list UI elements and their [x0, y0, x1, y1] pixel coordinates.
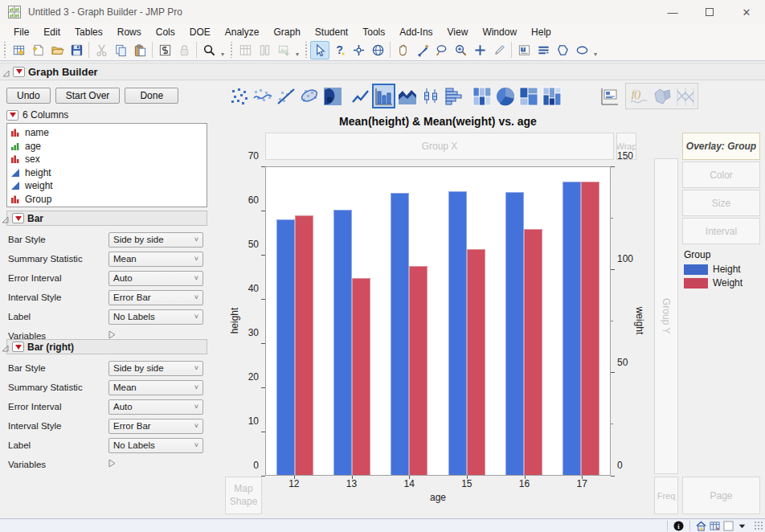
- ellipse-chart-icon[interactable]: [297, 84, 321, 108]
- legend-entry[interactable]: Weight: [684, 277, 742, 289]
- hand-tool-icon[interactable]: [393, 41, 412, 59]
- home-icon[interactable]: [696, 521, 706, 531]
- menu-item-view[interactable]: View: [440, 26, 476, 39]
- points-chart-icon[interactable]: [227, 84, 251, 108]
- column-item-group[interactable]: Group: [10, 193, 203, 207]
- bar-style-select[interactable]: Side by side˅: [108, 232, 203, 248]
- x-axis[interactable]: 121314151617: [265, 476, 611, 490]
- weight-bar[interactable]: [467, 249, 485, 475]
- column-item-height[interactable]: height: [10, 166, 203, 180]
- columns-list[interactable]: nameagesexheightweightGroup: [6, 123, 207, 207]
- bar-style-select[interactable]: Side by side˅: [108, 361, 203, 376]
- size-drop-zone[interactable]: Size: [682, 190, 760, 216]
- height-bar[interactable]: [276, 219, 295, 475]
- collapse-triangle-icon[interactable]: [2, 343, 9, 350]
- annotate-lines-icon[interactable]: [534, 41, 553, 59]
- menu-item-addins[interactable]: Add-Ins: [392, 26, 440, 39]
- minimize-button[interactable]: —: [654, 0, 691, 24]
- box-plot-icon[interactable]: [419, 84, 442, 108]
- panel-menu-button[interactable]: [12, 213, 24, 223]
- polygon-icon[interactable]: [553, 41, 572, 59]
- menu-item-rows[interactable]: Rows: [110, 26, 149, 39]
- save-icon[interactable]: [67, 41, 86, 59]
- column-item-weight[interactable]: weight: [10, 179, 203, 193]
- pencil-tool-icon[interactable]: [489, 41, 509, 59]
- start-over-button[interactable]: Start Over: [55, 88, 121, 104]
- menu-item-tables[interactable]: Tables: [68, 26, 110, 39]
- undo-button[interactable]: Undo: [6, 88, 51, 104]
- weight-bar[interactable]: [409, 266, 428, 475]
- left-axis[interactable]: 010203040506070: [217, 166, 265, 476]
- caption-box-icon[interactable]: [597, 84, 620, 108]
- area-chart-icon[interactable]: [395, 84, 419, 108]
- open-icon[interactable]: [47, 41, 67, 59]
- height-bar[interactable]: [562, 182, 581, 475]
- column-item-name[interactable]: name: [10, 126, 203, 140]
- menu-item-doe[interactable]: DOE: [182, 26, 218, 39]
- treemap-icon[interactable]: [517, 84, 540, 108]
- collapse-triangle-icon[interactable]: [2, 68, 10, 76]
- zoom-tool-icon[interactable]: [451, 41, 470, 59]
- interval-drop-zone[interactable]: Interval: [682, 218, 760, 244]
- overlay-drop-zone[interactable]: Overlay: Group: [682, 133, 760, 160]
- menu-item-edit[interactable]: Edit: [36, 26, 68, 39]
- error-interval-select[interactable]: Auto˅: [108, 271, 203, 286]
- menu-item-cols[interactable]: Cols: [149, 26, 182, 39]
- info-icon[interactable]: i: [673, 521, 684, 531]
- weight-bar[interactable]: [352, 278, 370, 475]
- label-select[interactable]: No Labels˅: [108, 309, 203, 325]
- menu-item-graph[interactable]: Graph: [266, 26, 307, 39]
- toolbar-overflow-icon[interactable]: ▾: [293, 41, 301, 59]
- close-button[interactable]: ✕: [728, 0, 765, 24]
- group-x-drop-zone[interactable]: Group X: [265, 133, 614, 160]
- maximize-button[interactable]: [691, 0, 728, 24]
- crosshair-tool-icon[interactable]: [349, 41, 368, 59]
- toolbar-overflow-icon[interactable]: ▾: [219, 41, 227, 59]
- map-shape-drop-zone[interactable]: Map Shape: [225, 477, 262, 514]
- panel-menu-button[interactable]: [12, 342, 24, 352]
- text-box-icon[interactable]: T: [514, 41, 534, 59]
- chart-frame[interactable]: [265, 166, 611, 476]
- help-tool-icon[interactable]: ?: [329, 41, 349, 59]
- left-axis-label[interactable]: height: [229, 297, 240, 345]
- weight-bar[interactable]: [295, 215, 313, 475]
- column-item-age[interactable]: age: [10, 140, 203, 153]
- weight-bar[interactable]: [581, 182, 599, 475]
- brush-tool-icon[interactable]: [412, 41, 432, 59]
- copy-icon[interactable]: [111, 41, 130, 59]
- plus-tool-icon[interactable]: [470, 41, 489, 59]
- menu-item-analyze[interactable]: Analyze: [218, 26, 267, 39]
- expand-triangle-icon[interactable]: [108, 459, 116, 470]
- color-swatch[interactable]: [723, 521, 734, 531]
- column-item-sex[interactable]: sex: [10, 153, 203, 166]
- freq-drop-zone[interactable]: Freq: [654, 477, 678, 514]
- height-bar[interactable]: [448, 191, 467, 475]
- toolbar-overflow-icon[interactable]: ▾: [591, 41, 599, 59]
- new-journal-icon[interactable]: [28, 41, 47, 59]
- collapse-triangle-icon[interactable]: [2, 215, 9, 222]
- oval-icon[interactable]: [572, 41, 591, 59]
- search-icon[interactable]: [199, 41, 219, 59]
- graph-builder-menu-button[interactable]: [13, 67, 25, 77]
- caret-down-icon[interactable]: [737, 521, 747, 531]
- summary-statistic-select[interactable]: Mean˅: [108, 252, 203, 267]
- properties-icon[interactable]: [155, 41, 174, 59]
- mosaic-icon[interactable]: [540, 84, 563, 108]
- label-select[interactable]: No Labels˅: [108, 438, 203, 453]
- resize-grip[interactable]: [754, 521, 763, 530]
- paste-icon[interactable]: [130, 41, 149, 59]
- line-chart-icon[interactable]: [349, 84, 372, 108]
- page-drop-zone[interactable]: Page: [682, 477, 760, 514]
- interval-style-select[interactable]: Error Bar˅: [108, 419, 203, 434]
- bar-chart-icon[interactable]: [372, 84, 395, 108]
- summary-statistic-select[interactable]: Mean˅: [108, 380, 203, 395]
- x-axis-label[interactable]: age: [265, 492, 611, 503]
- menu-item-window[interactable]: Window: [475, 26, 524, 39]
- done-button[interactable]: Done: [125, 88, 178, 104]
- new-data-table-icon[interactable]: [9, 41, 28, 59]
- contour-chart-icon[interactable]: [321, 84, 344, 108]
- smoother-chart-icon[interactable]: [251, 84, 274, 108]
- legend-entry[interactable]: Height: [684, 264, 742, 275]
- histogram-icon[interactable]: [442, 84, 465, 108]
- height-bar[interactable]: [391, 193, 409, 475]
